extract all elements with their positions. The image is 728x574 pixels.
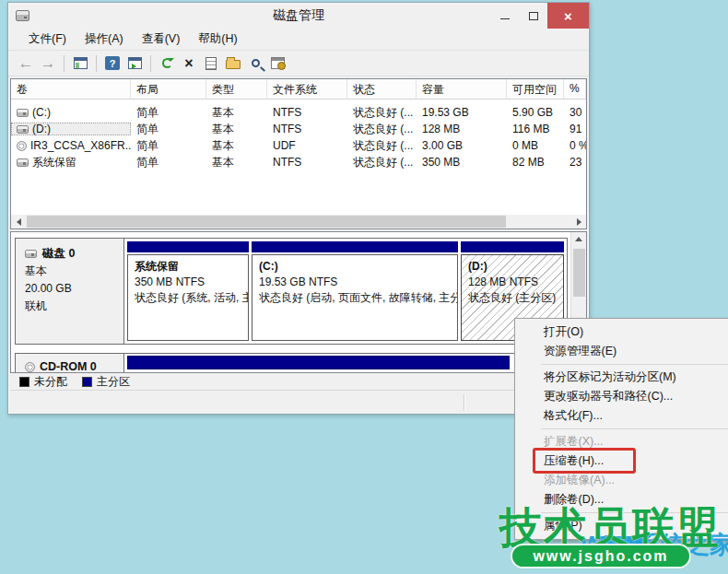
- col-type[interactable]: 类型: [206, 79, 267, 100]
- menu-separator: [541, 364, 728, 365]
- partition-color-strip: [127, 241, 249, 252]
- cd-icon: [17, 141, 27, 151]
- table-row-ir3[interactable]: IR3_CCSA_X86FR... 简单 基本 UDF 状态良好 (... 3.…: [11, 137, 586, 154]
- cell-free: 5.90 GB: [507, 106, 564, 119]
- scroll-up-icon: [575, 237, 582, 241]
- drive-icon: [17, 109, 29, 117]
- watermark-url: www.jsgho.com: [533, 548, 668, 565]
- menu-view[interactable]: 查看(V): [133, 29, 190, 50]
- volume-name: 系统保留: [32, 155, 76, 170]
- disk0-size: 20.00 GB: [25, 280, 123, 298]
- horizontal-scrollbar[interactable]: [11, 215, 586, 228]
- delete-button[interactable]: ×: [178, 53, 200, 74]
- back-button[interactable]: ←: [15, 53, 37, 74]
- scroll-up-button[interactable]: [571, 232, 586, 246]
- action-pane-icon: [128, 57, 142, 69]
- cell-fs: UDF: [267, 139, 347, 152]
- titlebar[interactable]: 磁盘管理 ×: [8, 3, 589, 29]
- menu-item-change-letter[interactable]: 更改驱动器号和路径(C)...: [515, 387, 728, 406]
- volume-name: (C:): [32, 106, 51, 119]
- magnifier-icon: [252, 59, 260, 67]
- forward-icon: →: [41, 55, 56, 71]
- open-folder-icon: [226, 60, 241, 69]
- drive-icon: [17, 158, 29, 167]
- cell-status: 状态良好 (...: [347, 105, 417, 121]
- help-button[interactable]: ?: [101, 53, 123, 74]
- menu-help[interactable]: 帮助(H): [189, 29, 246, 50]
- legend-unallocated: 未分配: [19, 374, 67, 390]
- scroll-right-button[interactable]: [571, 215, 586, 228]
- find-button[interactable]: [244, 53, 266, 74]
- disk0-label-panel[interactable]: 磁盘 0 基本 20.00 GB 联机: [16, 239, 124, 344]
- col-filesystem[interactable]: 文件系统: [267, 79, 347, 100]
- unallocated-swatch: [19, 377, 29, 387]
- properties-button[interactable]: [200, 53, 222, 74]
- menu-item-open[interactable]: 打开(O): [515, 322, 728, 342]
- refresh-button[interactable]: [156, 53, 178, 74]
- menu-action[interactable]: 操作(A): [76, 29, 133, 50]
- partition-system-reserved[interactable]: 系统保留 350 MB NTFS 状态良好 (系统, 活动, 主: [127, 241, 249, 341]
- cell-status: 状态良好 (...: [347, 138, 417, 154]
- disk0-status: 联机: [25, 298, 123, 315]
- col-free[interactable]: 可用空间: [507, 79, 564, 100]
- cell-type: 基本: [206, 155, 267, 170]
- menu-item-format[interactable]: 格式化(F)...: [515, 406, 728, 426]
- cdrom-row: CD-ROM 0: [15, 353, 568, 373]
- scrollbar-thumb[interactable]: [27, 216, 506, 228]
- cell-free: 82 MB: [507, 156, 564, 169]
- partition-name: (C:): [259, 259, 457, 275]
- cell-status: 状态良好 (...: [347, 155, 417, 170]
- table-row-d[interactable]: (D:) 简单 基本 NTFS 状态良好 (... 128 MB 116 MB …: [11, 121, 586, 137]
- col-layout[interactable]: 布局: [131, 79, 206, 100]
- partition-status: 状态良好 (主分区): [468, 290, 563, 306]
- cell-capacity: 3.00 GB: [417, 139, 507, 152]
- cell-percent: 91: [564, 123, 586, 135]
- partition-c[interactable]: (C:) 19.53 GB NTFS 状态良好 (启动, 页面文件, 故障转储,…: [252, 241, 458, 341]
- scroll-right-icon: [577, 218, 581, 226]
- cell-layout: 简单: [131, 155, 206, 170]
- partition-name: (D:): [468, 259, 563, 275]
- scrollbar-thumb[interactable]: [573, 249, 585, 297]
- disk-icon: [25, 250, 37, 258]
- menu-file[interactable]: 文件(F): [19, 29, 76, 50]
- toolbar-separator: [64, 55, 65, 72]
- table-row-sysreserved[interactable]: 系统保留 简单 基本 NTFS 状态良好 (... 350 MB 82 MB 2…: [11, 154, 586, 170]
- cell-fs: NTFS: [267, 123, 347, 135]
- cdrom-media-bar[interactable]: [127, 356, 510, 369]
- legend-label: 主分区: [97, 374, 130, 390]
- col-capacity[interactable]: 容量: [417, 79, 507, 100]
- cdrom-label-panel[interactable]: CD-ROM 0: [16, 354, 124, 373]
- volume-name: IR3_CCSA_X86FR...: [30, 139, 131, 152]
- primary-swatch: [82, 377, 92, 387]
- table-row-c[interactable]: (C:) 简单 基本 NTFS 状态良好 (... 19.53 GB 5.90 …: [11, 104, 586, 121]
- cdrom-icon: [25, 362, 35, 372]
- cell-capacity: 350 MB: [417, 156, 507, 169]
- menu-item-explorer[interactable]: 资源管理器(E): [515, 342, 728, 361]
- cell-type: 基本: [206, 138, 267, 154]
- scroll-left-button[interactable]: [11, 215, 26, 228]
- menu-item-add-mirror: 添加镜像(A)...: [515, 471, 728, 490]
- toolbar: ← → ? ×: [8, 51, 589, 76]
- menu-item-mark-active[interactable]: 将分区标记为活动分区(M): [515, 368, 728, 387]
- col-volume[interactable]: 卷: [11, 79, 131, 100]
- col-status[interactable]: 状态: [347, 79, 417, 100]
- action-pane-button[interactable]: [123, 53, 146, 74]
- cell-percent: 0 %: [564, 139, 586, 152]
- col-percent[interactable]: %: [564, 79, 586, 100]
- show-tree-button[interactable]: [69, 53, 91, 74]
- forward-button[interactable]: →: [37, 53, 59, 74]
- cell-type: 基本: [206, 105, 267, 121]
- legend-primary: 主分区: [82, 374, 130, 390]
- back-icon: ←: [18, 55, 34, 71]
- menu-separator: [541, 428, 728, 429]
- scroll-left-icon: [17, 218, 21, 226]
- cell-layout: 简单: [131, 105, 206, 121]
- volume-list-pane: 卷 布局 类型 文件系统 状态 容量 可用空间 % (C:) 简单 基本 NTF…: [10, 78, 587, 229]
- snap-in-button[interactable]: [266, 53, 288, 74]
- open-button[interactable]: [222, 53, 244, 74]
- console-tree-icon: [74, 57, 88, 69]
- partition-status: 状态良好 (启动, 页面文件, 故障转储, 主分: [259, 290, 457, 306]
- drive-icon: [17, 125, 29, 134]
- partition-name: 系统保留: [135, 259, 248, 275]
- desktop: 磁盘管理 × 文件(F) 操作(A) 查看(V) 帮助(H) ← → ? ×: [0, 0, 728, 574]
